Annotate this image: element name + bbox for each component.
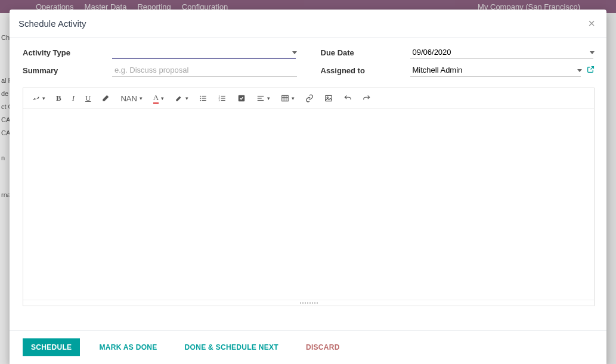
activity-type-label: Activity Type [23,48,112,57]
close-button[interactable]: × [586,17,598,29]
schedule-button[interactable]: SCHEDULE [23,338,80,356]
schedule-activity-modal: Schedule Activity × Activity Type [10,10,606,364]
field-due-date: Due Date [321,46,595,59]
svg-rect-13 [258,96,264,97]
svg-rect-14 [258,98,262,98]
modal-footer: SCHEDULE MARK AS DONE DONE & SCHEDULE NE… [10,330,606,364]
field-activity-type: Activity Type [23,46,297,59]
checklist-icon[interactable] [237,94,246,102]
summary-label: Summary [23,66,112,75]
image-icon[interactable] [324,94,333,102]
undo-icon[interactable] [343,94,352,102]
svg-rect-5 [202,100,206,101]
svg-rect-9 [221,96,225,97]
activity-type-input[interactable] [112,46,296,59]
link-icon[interactable] [305,94,314,102]
underline-icon[interactable]: U [85,94,91,103]
editor-content[interactable] [23,109,594,300]
editor-toolbar: ▾ B I U NAN ▾ A ▾ [23,88,594,109]
svg-rect-4 [202,98,206,98]
svg-rect-15 [258,100,264,101]
modal-title: Schedule Activity [18,18,86,29]
svg-rect-11 [221,100,225,101]
assigned-to-input[interactable] [410,64,581,77]
rich-text-editor: ▾ B I U NAN ▾ A ▾ [23,88,595,306]
form-col-right: Due Date Assigned to [321,46,595,77]
eraser-icon[interactable] [101,94,110,102]
unordered-list-icon[interactable] [199,94,208,102]
caret-down-icon[interactable] [577,69,582,72]
svg-point-2 [200,100,202,101]
svg-rect-10 [221,98,225,98]
font-size-label: NAN [120,94,137,103]
table-icon[interactable]: ▾ [281,94,295,102]
redo-icon[interactable] [363,94,371,102]
done-schedule-next-button[interactable]: DONE & SCHEDULE NEXT [177,338,287,356]
ordered-list-icon[interactable]: 123 [218,94,227,102]
field-assigned-to: Assigned to [321,64,595,77]
italic-icon[interactable]: I [72,94,75,103]
field-summary: Summary [23,64,297,77]
style-picker-icon[interactable]: ▾ [32,94,45,102]
align-icon[interactable]: ▾ [256,94,270,102]
svg-point-1 [200,98,202,99]
resize-handle[interactable] [23,300,594,306]
summary-input[interactable] [112,64,297,77]
font-size-picker[interactable]: NAN ▾ [120,94,142,103]
external-link-icon[interactable] [587,66,595,75]
modal-body: Activity Type Summary [10,38,606,330]
discard-button[interactable]: DISCARD [298,338,348,356]
form-grid: Activity Type Summary [23,46,595,77]
form-col-left: Activity Type Summary [23,46,297,77]
mark-as-done-button[interactable]: MARK AS DONE [91,338,165,356]
svg-rect-16 [282,95,289,101]
highlight-color-icon[interactable]: ▾ [175,94,188,102]
svg-rect-3 [202,96,206,97]
modal-overlay: Schedule Activity × Activity Type [0,0,616,364]
due-date-label: Due Date [321,48,410,57]
svg-point-0 [200,96,202,97]
text-color-icon[interactable]: A ▾ [153,93,164,104]
modal-header: Schedule Activity × [10,10,606,38]
assigned-to-label: Assigned to [321,66,410,75]
bold-icon[interactable]: B [56,94,61,103]
caret-down-icon[interactable] [292,51,297,54]
due-date-input[interactable] [410,46,594,59]
caret-down-icon[interactable] [590,51,595,54]
svg-text:3: 3 [219,99,221,102]
